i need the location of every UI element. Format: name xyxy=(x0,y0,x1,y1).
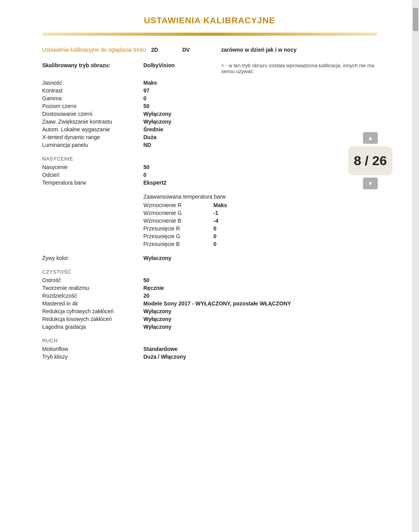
table-row: Rozdzielczość 20 xyxy=(42,292,377,300)
table-row: Zaaw. Zwiększanie kontrastu Wyłączony xyxy=(42,118,377,126)
table-row: Redukcja losowych zakłóceń Wyłączony xyxy=(42,315,377,323)
zywy-kolor-section: Żywy kolor Wyłaczony xyxy=(42,254,377,262)
header-2d: 2D xyxy=(151,47,182,53)
page-badge: 8 / 26 xyxy=(348,146,392,175)
calibrated-mode-row: Skalibrowany tryb obrazu: DolbyVision < … xyxy=(42,61,377,75)
table-row: Kontrast 97 xyxy=(42,87,377,94)
scroll-up-button[interactable]: ▲ xyxy=(363,132,378,144)
czystosc-header: CZYSTOŚĆ xyxy=(42,269,377,275)
table-row: Wzmocnienie G -1 xyxy=(144,209,377,217)
zywy-kolor-label: Żywy kolor xyxy=(42,255,144,261)
table-row: Poziom czerni 50 xyxy=(42,102,377,110)
calibrated-mode-note: < - w ten tryb obrazu została wprowadzon… xyxy=(221,63,377,74)
table-row: Nasycenie 50 xyxy=(42,163,377,171)
table-row: Autom. Lokalne wygaszanie Średnie xyxy=(42,126,377,133)
table-row: Wzmocnienie R Maks xyxy=(144,201,377,209)
ruch-section: RUCH Motionflow Standardowe Tryb kliszy … xyxy=(42,338,377,361)
nasycenie-section: NASYCENIE Nasycenie 50 Odcień 0 Temperat… xyxy=(42,156,377,187)
table-row: X-tented dynamic range Duża xyxy=(42,133,377,141)
nasycenie-header: NASYCENIE xyxy=(42,156,377,162)
table-row: Przesunięcie R 0 xyxy=(144,225,377,232)
table-row: Wzmocnienie B -4 xyxy=(144,217,377,225)
table-row: Jasność Maks xyxy=(42,79,377,87)
gold-bar-divider xyxy=(42,33,377,36)
table-row: Luminancja panelu ND xyxy=(42,141,377,149)
table-row: Temperatura barw Ekspert2 xyxy=(42,179,377,187)
mastered-in-value: Modele Sony 2017 - WYŁĄCZONY, pozostałe … xyxy=(144,300,291,307)
zywy-kolor-value: Wyłaczony xyxy=(144,255,221,261)
table-row: Odcień 0 xyxy=(42,171,377,179)
header-dv: DV xyxy=(182,47,221,53)
table-row: Ostrość 50 xyxy=(42,276,377,284)
table-row: Łagodna gradacja Wyłączony xyxy=(42,323,377,331)
table-row: Przesunięcie G 0 xyxy=(144,232,377,240)
header-note: zarówno w dzień jak i w nocy xyxy=(221,47,377,53)
page-title: USTAWIENIA KALIBRACYJNE xyxy=(42,16,377,26)
mastered-in-4k-row: Mastered in 4k Modele Sony 2017 - WYŁĄCZ… xyxy=(42,300,377,307)
table-row: Tworzenie realizmu Ręcznie xyxy=(42,284,377,292)
mastered-in-label: Mastered in 4k xyxy=(42,300,144,307)
column-headers: Ustawienia kalibracyjne do oglądania tre… xyxy=(42,47,377,53)
right-panel: ▲ 8 / 26 ▼ xyxy=(348,132,392,189)
calibrated-mode-value: DolbyVision xyxy=(144,62,221,68)
advanced-temp-section: Zaawansowana temperatura barw Wzmocnieni… xyxy=(144,194,377,248)
header-desc: Ustawienia kalibracyjne do oglądania tre… xyxy=(42,47,151,53)
page-indicator: 8 / 26 xyxy=(354,153,387,168)
table-row: Redukcja cyfrowych zakłóceń Wyłączony xyxy=(42,307,377,315)
ruch-header: RUCH xyxy=(42,338,377,344)
table-row: Dostosowanie czerni Wyłączony xyxy=(42,110,377,118)
page-container: USTAWIENIA KALIBRACYJNE Ustawienia kalib… xyxy=(19,0,400,391)
table-row: Gamma 0 xyxy=(42,94,377,102)
czystosc-section: CZYSTOŚĆ Ostrość 50 Tworzenie realizmu R… xyxy=(42,269,377,331)
scroll-down-button[interactable]: ▼ xyxy=(363,178,378,189)
table-row: Tryb kliszy Duża / Włączony xyxy=(42,353,377,361)
table-row: Motionflow Standardowe xyxy=(42,345,377,353)
scrollbar-thumb[interactable] xyxy=(413,8,418,31)
table-row: Przesunięcie B 0 xyxy=(144,240,377,248)
main-settings-section: Jasność Maks Kontrast 97 Gamma 0 Poziom … xyxy=(42,79,377,149)
table-row: Żywy kolor Wyłaczony xyxy=(42,254,377,262)
calibrated-mode-label: Skalibrowany tryb obrazu: xyxy=(42,62,144,68)
advanced-temp-title: Zaawansowana temperatura barw xyxy=(144,194,377,200)
